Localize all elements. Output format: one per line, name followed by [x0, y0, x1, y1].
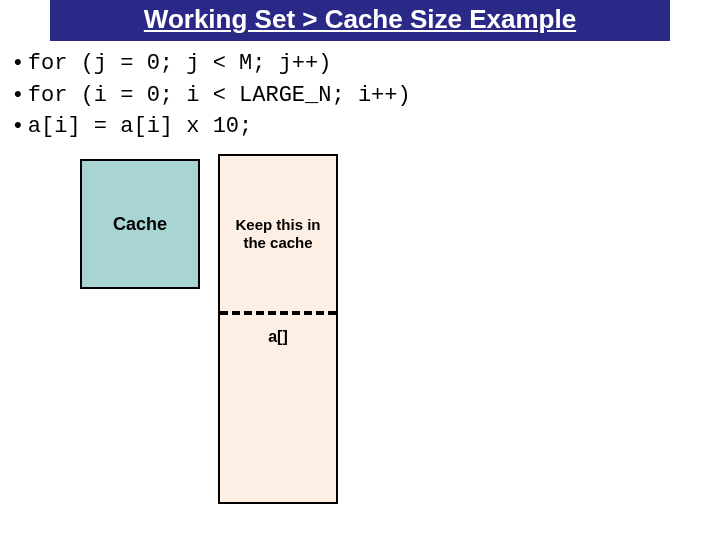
diagram-area: Cache Keep this in the cache a[] — [0, 154, 720, 514]
code-line-3: a[i] = a[i] x 10; — [14, 110, 720, 142]
array-top-region: Keep this in the cache — [220, 156, 336, 311]
code-text-2: for (i = 0; i < LARGE_N; i++) — [28, 83, 411, 108]
cache-box: Cache — [80, 159, 200, 289]
code-text-1: for (j = 0; j < M; j++) — [28, 51, 332, 76]
array-label: a[] — [220, 328, 336, 346]
code-line-2: for (i = 0; i < LARGE_N; i++) — [14, 79, 720, 111]
code-line-1: for (j = 0; j < M; j++) — [14, 47, 720, 79]
code-block: for (j = 0; j < M; j++) for (i = 0; i < … — [0, 41, 720, 142]
array-box: Keep this in the cache a[] — [218, 154, 338, 504]
slide-title: Working Set > Cache Size Example — [50, 0, 670, 41]
dashed-divider — [220, 311, 336, 315]
array-top-text: Keep this in the cache — [226, 216, 330, 252]
code-text-3: a[i] = a[i] x 10; — [28, 114, 252, 139]
cache-label: Cache — [113, 214, 167, 235]
